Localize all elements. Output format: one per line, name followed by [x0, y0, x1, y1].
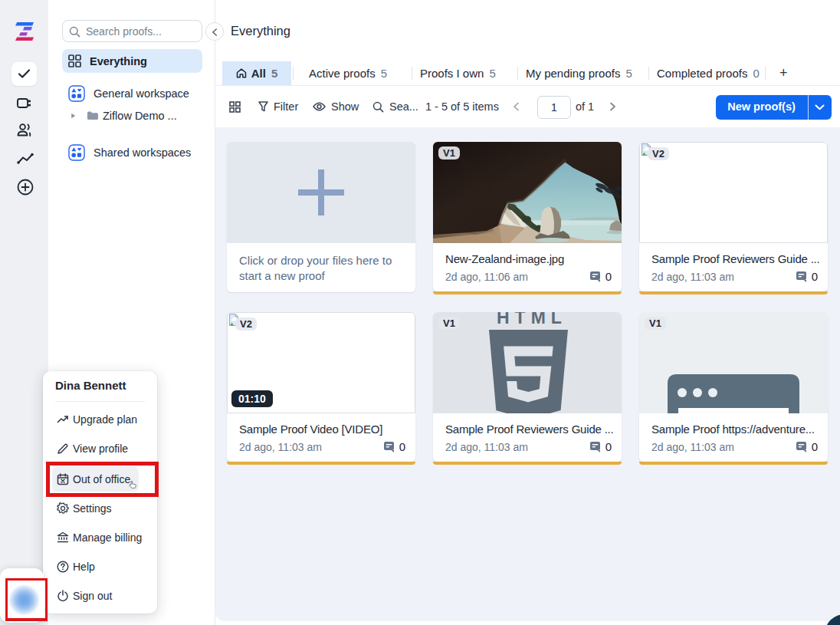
svg-text:HTML: HTML	[497, 312, 567, 327]
